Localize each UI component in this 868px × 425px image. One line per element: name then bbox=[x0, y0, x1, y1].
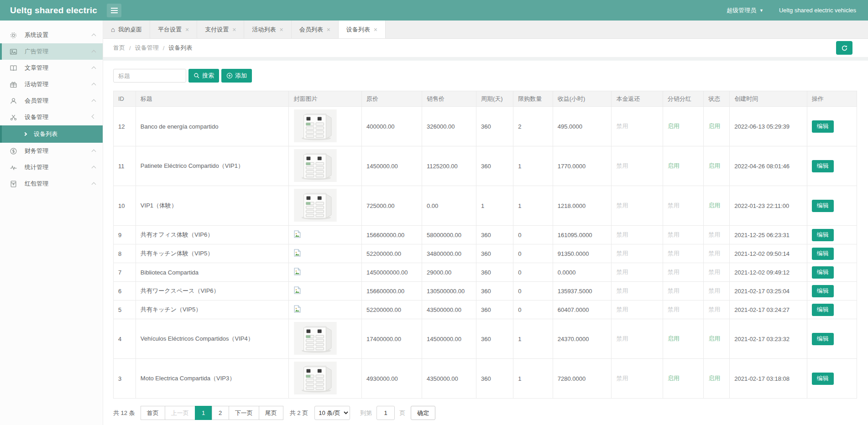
column-header: ID bbox=[114, 91, 136, 107]
device-photo bbox=[293, 109, 337, 142]
device-photo bbox=[293, 362, 337, 394]
user-role-label: 超级管理员 bbox=[727, 6, 756, 15]
sidebar-item: 设备管理 设备列表 bbox=[0, 109, 103, 143]
sidebar-item: 活动管理 bbox=[0, 76, 103, 93]
close-icon[interactable]: × bbox=[279, 26, 283, 33]
edit-button[interactable]: 编辑 bbox=[812, 160, 834, 172]
last-page-button[interactable]: 尾页 bbox=[259, 406, 283, 420]
table-row: 4 Vehículos Eléctricos Compartidos（VIP4） bbox=[114, 319, 857, 359]
goto-page-input[interactable] bbox=[376, 406, 395, 420]
confirm-button[interactable]: 确定 bbox=[411, 406, 435, 420]
chevron-icon bbox=[92, 114, 96, 119]
status-badge: 启用 bbox=[704, 359, 730, 399]
edit-button[interactable]: 编辑 bbox=[812, 285, 834, 297]
column-header: 原价 bbox=[362, 91, 422, 107]
book-icon bbox=[10, 64, 17, 72]
breadcrumb-home-link[interactable]: 首页 bbox=[113, 44, 125, 52]
menu-toggle-button[interactable] bbox=[107, 4, 121, 17]
prev-page-button[interactable]: 上一页 bbox=[165, 406, 195, 420]
tab[interactable]: 设备列表 × bbox=[339, 21, 386, 38]
sidebar-subitem-device-list[interactable]: 设备列表 bbox=[0, 125, 103, 143]
device-photo bbox=[293, 149, 337, 182]
first-page-button[interactable]: 首页 bbox=[141, 406, 165, 420]
toolbar: 搜索 添加 bbox=[113, 69, 857, 83]
edit-button[interactable]: 编辑 bbox=[812, 200, 834, 212]
status-badge: 禁用 bbox=[704, 282, 730, 301]
edit-button[interactable]: 编辑 bbox=[812, 120, 834, 133]
content-panel: 搜索 添加 ID标题封 bbox=[103, 61, 868, 425]
tab[interactable]: ⌂ 我的桌面 bbox=[103, 21, 150, 38]
sidebar-item: 文章管理 bbox=[0, 60, 103, 76]
status-badge: 启用 bbox=[704, 146, 730, 186]
user-role-dropdown[interactable]: 超级管理员 ▼ bbox=[727, 6, 763, 15]
scissors-icon bbox=[10, 114, 17, 121]
column-header: 限购数量 bbox=[513, 91, 553, 107]
close-icon[interactable]: × bbox=[232, 26, 236, 33]
page-number-button[interactable]: 2 bbox=[212, 406, 229, 420]
table-row: 7 Biblioteca Compartida bbox=[114, 263, 857, 282]
column-header: 创建时间 bbox=[730, 91, 807, 107]
status-badge: 启用 bbox=[704, 107, 730, 146]
column-header: 周期(天) bbox=[476, 91, 513, 107]
tab[interactable]: 会员列表 × bbox=[292, 21, 339, 38]
device-table: ID标题封面图片原价销售价周期(天)限购数量收益(小时)本金返还分销分红状态创建… bbox=[113, 91, 857, 399]
search-input[interactable] bbox=[113, 69, 186, 83]
table-header-row: ID标题封面图片原价销售价周期(天)限购数量收益(小时)本金返还分销分红状态创建… bbox=[114, 91, 857, 107]
tab[interactable]: 支付设置 × bbox=[197, 21, 244, 38]
tab[interactable]: 平台设置 × bbox=[150, 21, 197, 38]
close-icon[interactable]: × bbox=[327, 26, 330, 33]
table-row: 12 Banco de energía compartido bbox=[114, 107, 857, 146]
total-pages: 共 2 页 bbox=[290, 409, 308, 417]
dollar-icon bbox=[10, 147, 17, 155]
edit-button[interactable]: 编辑 bbox=[812, 266, 834, 279]
column-header: 收益(小时) bbox=[553, 91, 612, 107]
table-row: 9 共有オフィス体験（VIP6） bbox=[114, 226, 857, 244]
broken-image-icon bbox=[293, 270, 301, 277]
page-size-select[interactable]: 10 条/页 bbox=[314, 406, 350, 420]
redpacket-icon bbox=[10, 180, 17, 188]
search-button[interactable]: 搜索 bbox=[188, 69, 219, 83]
tab[interactable]: 活动列表 × bbox=[244, 21, 291, 38]
table-row: 8 共有キッチン体験（VIP5） bbox=[114, 244, 857, 263]
close-icon[interactable]: × bbox=[374, 26, 377, 33]
gear-icon bbox=[10, 31, 17, 39]
chevron-icon bbox=[92, 166, 96, 170]
user-icon bbox=[10, 97, 17, 105]
sidebar-item: 统计管理 bbox=[0, 159, 103, 176]
refresh-button[interactable] bbox=[836, 41, 852, 55]
page-number-button[interactable]: 1 bbox=[195, 406, 212, 420]
edit-button[interactable]: 编辑 bbox=[812, 229, 834, 241]
chevron-icon bbox=[92, 149, 96, 154]
status-badge: 禁用 bbox=[704, 226, 730, 244]
add-button[interactable]: 添加 bbox=[221, 69, 252, 83]
table-row: 11 Patinete Eléctrico Compartido（VIP1） bbox=[114, 146, 857, 186]
next-page-button[interactable]: 下一页 bbox=[229, 406, 259, 420]
top-header: Ueltg shared electric 超级管理员 ▼ Ueltg shar… bbox=[0, 0, 868, 21]
close-icon[interactable]: × bbox=[185, 26, 189, 33]
pulse-icon bbox=[10, 164, 17, 171]
chevron-icon bbox=[92, 182, 96, 187]
edit-button[interactable]: 编辑 bbox=[812, 333, 834, 345]
table-row: 10 VIP1（体験） bbox=[114, 186, 857, 226]
status-badge: 禁用 bbox=[704, 301, 730, 319]
status-badge: 禁用 bbox=[704, 244, 730, 263]
app-logo: Ueltg shared electric bbox=[0, 5, 103, 16]
device-photo bbox=[293, 189, 337, 222]
edit-button[interactable]: 编辑 bbox=[812, 248, 834, 260]
image-icon bbox=[10, 48, 17, 56]
sidebar-item: 财务管理 bbox=[0, 143, 103, 159]
tab-bar: ⌂ 我的桌面 平台设置 × 支付设置 × bbox=[103, 21, 868, 39]
chevron-icon bbox=[92, 66, 96, 71]
chevron-down-icon: ▼ bbox=[759, 8, 763, 13]
column-header: 标题 bbox=[136, 91, 289, 107]
table-row: 5 共有キッチン（VIP5） bbox=[114, 301, 857, 319]
gift-icon bbox=[10, 81, 17, 88]
table-row: 6 共有ワークスペース（VIP6） bbox=[114, 282, 857, 301]
breadcrumb-device-mgmt-link[interactable]: 设备管理 bbox=[135, 44, 159, 52]
column-header: 状态 bbox=[704, 91, 730, 107]
edit-button[interactable]: 编辑 bbox=[812, 304, 834, 316]
edit-button[interactable]: 编辑 bbox=[812, 373, 834, 385]
chevron-icon bbox=[92, 83, 96, 87]
status-badge: 启用 bbox=[704, 186, 730, 226]
sidebar-item: 系统设置 bbox=[0, 27, 103, 43]
